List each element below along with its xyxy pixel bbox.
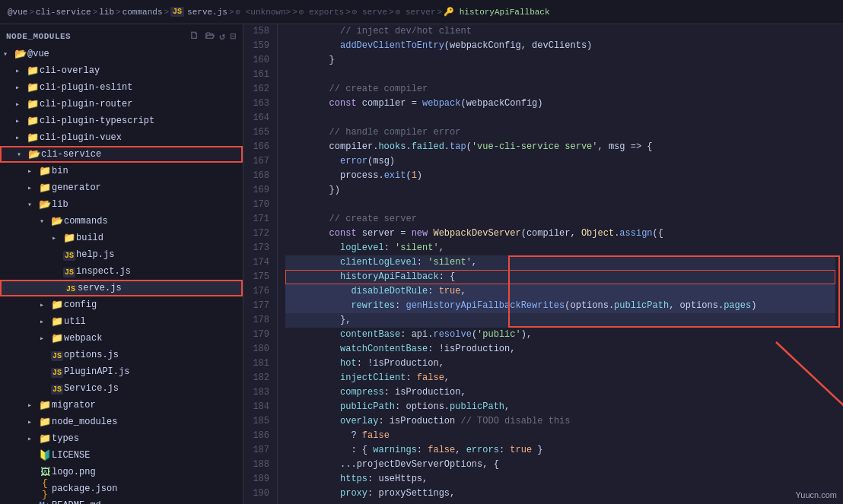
code-line-174: clientLogLevel: 'silent', — [285, 255, 835, 270]
sidebar-item-webpack[interactable]: ▸ 📁 webpack — [0, 330, 243, 347]
sidebar-item-generator[interactable]: ▸ 📁 generator — [0, 179, 243, 196]
arrow-icon: ▸ — [15, 100, 26, 109]
arrow-icon: ▸ — [15, 83, 26, 92]
breadcrumb: @vue > cli-service > lib > commands > JS… — [8, 7, 550, 17]
js-icon: JS — [64, 283, 78, 294]
code-line-172: const server = new WebpackDevServer(comp… — [285, 227, 835, 241]
code-line-179: contentBase: api.resolve('public'), — [285, 328, 835, 342]
breadcrumb-vue: @vue — [8, 8, 27, 17]
sidebar-item-package-json[interactable]: ▸ { } package.json — [0, 480, 243, 497]
sidebar-item-cli-service[interactable]: ▾ 📂 cli-service — [0, 146, 243, 163]
code-line-158: // inject dev/hot client — [285, 24, 835, 39]
folder-icon: 📁 — [26, 98, 40, 110]
sidebar-item-util[interactable]: ▸ 📁 util — [0, 313, 243, 330]
watermark: Yuucn.com — [796, 490, 837, 499]
sidebar-item-pluginapi-js[interactable]: ▸ JS PluginAPI.js — [0, 363, 243, 380]
sidebar-item-license[interactable]: ▸ 🔰 LICENSE — [0, 447, 243, 464]
code-line-164 — [285, 111, 835, 125]
code-line-185: overlay: isProduction // TODO disable th… — [285, 414, 835, 429]
sidebar-item-lib[interactable]: ▾ 📂 lib — [0, 196, 243, 213]
sidebar-label-help-js: help.js — [76, 249, 243, 260]
sidebar-item-help-js[interactable]: ▸ JS help.js — [0, 246, 243, 263]
sidebar-item-options-js[interactable]: ▸ JS options.js — [0, 347, 243, 363]
sidebar-item-readme-md[interactable]: ▸ M↓ README.md — [0, 497, 243, 504]
sidebar-item-logo-png[interactable]: ▸ 🖼 logo.png — [0, 464, 243, 480]
sidebar-item-config[interactable]: ▸ 📁 config — [0, 296, 243, 313]
sidebar-label-serve-js: serve.js — [78, 283, 241, 293]
code-line-186: ? false — [285, 429, 835, 443]
sidebar-item-migrator[interactable]: ▸ 📁 migrator — [0, 397, 243, 414]
sidebar-item-inspect-js[interactable]: ▸ JS inspect.js — [0, 263, 243, 280]
js-icon: JS — [50, 383, 64, 395]
arrow-icon: ▾ — [27, 200, 38, 209]
code-line-187: : { warnings: false, errors: true } — [285, 443, 835, 458]
code-line-168: process.exit(1) — [285, 169, 835, 183]
new-folder-icon[interactable]: 🗁 — [205, 30, 215, 43]
js-icon: JS — [50, 350, 64, 361]
new-file-icon[interactable]: 🗋 — [189, 30, 200, 43]
sidebar-item-service-js[interactable]: ▸ JS Service.js — [0, 380, 243, 397]
sidebar-item-types[interactable]: ▸ 📁 types — [0, 430, 243, 447]
top-bar: @vue > cli-service > lib > commands > JS… — [0, 0, 843, 24]
arrow-icon: ▸ — [27, 434, 38, 443]
code-line-166: compiler.hooks.failed.tap('vue-cli-servi… — [285, 140, 835, 154]
sidebar-label-cli-plugin-eslint: cli-plugin-eslint — [40, 82, 243, 93]
sidebar-label-util: util — [64, 316, 243, 327]
sidebar-item-bin[interactable]: ▸ 📁 bin — [0, 163, 243, 179]
sidebar-label-types: types — [52, 433, 243, 444]
sidebar-label-cli-plugin-vuex: cli-plugin-vuex — [40, 132, 243, 143]
arrow-icon: ▸ — [27, 166, 38, 176]
breadcrumb-unknown: ⊙ <unknown> — [236, 7, 291, 17]
code-line-176: disableDotRule: true, — [285, 284, 835, 299]
code-line-177: rewrites: genHistoryApiFallbackRewrites(… — [285, 299, 835, 313]
image-icon: 🖼 — [38, 467, 52, 478]
breadcrumb-lib: lib — [99, 8, 114, 17]
sidebar-item-cli-overlay[interactable]: ▸ 📁 cli-overlay — [0, 62, 243, 79]
code-line-188: ...projectDevServerOptions, { — [285, 458, 835, 472]
main-layout: NODE_MODULES 🗋 🗁 ↺ ⊟ ▾ 📂 @vue ▸ 📁 cli-ov… — [0, 24, 843, 504]
code-line-167: error(msg) — [285, 154, 835, 169]
arrow-icon: ▾ — [3, 49, 14, 59]
arrow-icon: ▸ — [15, 133, 26, 142]
breadcrumb-historyapi: 🔑 historyApiFallback — [444, 7, 549, 17]
sidebar-label-inspect-js: inspect.js — [76, 266, 243, 277]
folder-open-icon: 📂 — [38, 198, 52, 211]
arrow-icon: ▾ — [17, 150, 27, 159]
js-icon: JS — [62, 249, 76, 261]
refresh-icon[interactable]: ↺ — [219, 30, 225, 43]
sidebar-item-vue[interactable]: ▾ 📂 @vue — [0, 46, 243, 62]
sidebar-label-lib: lib — [52, 199, 243, 210]
breadcrumb-cli-service: cli-service — [36, 8, 91, 17]
code-area: 158 159 160 161 162 163 164 165 166 167 … — [243, 24, 843, 504]
sidebar-item-cli-plugin-typescript[interactable]: ▸ 📁 cli-plugin-typescript — [0, 113, 243, 129]
folder-icon: 📁 — [26, 115, 40, 127]
sidebar-item-build[interactable]: ▸ 📁 build — [0, 230, 243, 246]
sidebar-label-logo-png: logo.png — [52, 467, 243, 477]
sidebar-item-serve-js[interactable]: ▸ JS serve.js — [0, 280, 243, 296]
arrow-icon: ▸ — [27, 183, 38, 192]
sidebar-item-commands[interactable]: ▾ 📂 commands — [0, 213, 243, 230]
collapse-icon[interactable]: ⊟ — [231, 30, 237, 43]
code-line-180: watchContentBase: !isProduction, — [285, 342, 835, 357]
sidebar: NODE_MODULES 🗋 🗁 ↺ ⊟ ▾ 📂 @vue ▸ 📁 cli-ov… — [0, 24, 243, 504]
arrow-icon: ▸ — [40, 300, 50, 309]
code-line-169: }) — [285, 183, 835, 198]
code-line-183: compress: isProduction, — [285, 385, 835, 400]
sidebar-label-config: config — [64, 300, 243, 310]
sidebar-label-cli-plugin-router: cli-plugin-router — [40, 99, 243, 109]
sidebar-label-pluginapi-js: PluginAPI.js — [64, 366, 243, 377]
sidebar-label-options-js: options.js — [64, 350, 243, 360]
sidebar-item-cli-plugin-vuex[interactable]: ▸ 📁 cli-plugin-vuex — [0, 129, 243, 146]
sidebar-label-cli-plugin-typescript: cli-plugin-typescript — [40, 116, 243, 126]
sidebar-item-node-modules[interactable]: ▸ 📁 node_modules — [0, 414, 243, 430]
sidebar-item-cli-plugin-eslint[interactable]: ▸ 📁 cli-plugin-eslint — [0, 79, 243, 96]
sidebar-label-bin: bin — [52, 166, 243, 176]
arrow-icon: ▸ — [52, 233, 62, 242]
folder-icon: 📂 — [14, 48, 27, 60]
sidebar-label-service-js: Service.js — [64, 383, 243, 394]
sidebar-header: NODE_MODULES 🗋 🗁 ↺ ⊟ — [0, 27, 243, 46]
arrow-icon: ▸ — [27, 401, 38, 410]
arrow-icon: ▸ — [40, 334, 50, 343]
code-line-175: historyApiFallback: { — [285, 270, 835, 284]
sidebar-item-cli-plugin-router[interactable]: ▸ 📁 cli-plugin-router — [0, 96, 243, 113]
